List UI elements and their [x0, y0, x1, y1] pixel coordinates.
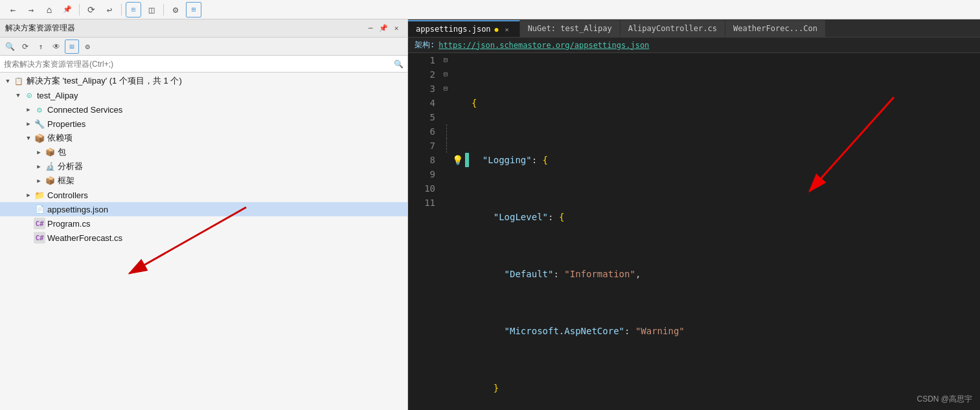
- solution-panel: 解决方案资源管理器 ─ 📌 ✕ 🔍 ⟳ ↑ 👁 ⊞ ⚙ 🔍 ▼ 📋: [0, 19, 408, 410]
- code-editor[interactable]: 1 2 3 4 5 6 7 8 9 10 11 ⊟ ⊟ ⊟: [408, 53, 980, 410]
- fold-column: ⊟ ⊟ ⊟: [440, 53, 452, 410]
- search-input[interactable]: [4, 60, 394, 69]
- frameworks-icon: 📦: [44, 175, 56, 187]
- schema-label: 架构:: [415, 40, 435, 51]
- gutter: 💡: [452, 53, 465, 410]
- fold-11: [440, 196, 452, 210]
- filter-btn[interactable]: ⊞: [186, 2, 201, 17]
- project-label: test_Alipay: [37, 91, 78, 100]
- code-key-msaspnetcore: "Microsoft.AspNetCore": [505, 324, 624, 338]
- properties-label: Properties: [47, 119, 85, 129]
- dependencies-expander[interactable]: ▼: [23, 133, 34, 143]
- panel-title-bar: 解决方案资源管理器 ─ 📌 ✕: [0, 19, 407, 38]
- line-num-11: 11: [413, 196, 435, 210]
- toolbar-settings-icon[interactable]: ⚙: [80, 40, 95, 54]
- line-num-2: 2: [413, 67, 435, 82]
- tab-appsettings[interactable]: appsettings.json ● ✕: [408, 20, 520, 37]
- panel-float-btn[interactable]: 📌: [378, 23, 389, 34]
- tree-item-dependencies[interactable]: ▼ 📦 依赖项: [0, 131, 407, 145]
- connected-services-label: Connected Services: [47, 105, 122, 115]
- packages-icon: 📦: [44, 146, 56, 158]
- tree-item-program[interactable]: ▶ C# Program.cs: [0, 216, 407, 231]
- toolbar-refresh-btn[interactable]: ⟳: [18, 40, 32, 54]
- fold-3[interactable]: ⊟: [440, 82, 451, 96]
- sync-btn[interactable]: ⟳: [84, 2, 99, 17]
- tree-item-packages[interactable]: ▶ 📦 包: [0, 145, 407, 159]
- controllers-expander[interactable]: ▶: [23, 190, 34, 200]
- solution-root[interactable]: ▼ 📋 解决方案 'test_Alipay' (1 个项目，共 1 个): [0, 74, 407, 88]
- analyzers-expander[interactable]: ▶: [34, 161, 44, 172]
- tree-item-controllers[interactable]: ▶ 📁 Controllers: [0, 188, 407, 202]
- code-line-6: }: [472, 381, 980, 395]
- solution-icon: 📋: [13, 75, 25, 87]
- forward-btn[interactable]: →: [23, 2, 39, 17]
- tree-item-analyzers[interactable]: ▶ 🔬 分析器: [0, 159, 407, 174]
- panel-title-actions: ─ 📌 ✕: [365, 23, 402, 34]
- undo-btn[interactable]: ↩: [102, 2, 117, 17]
- dependencies-icon: 📦: [34, 132, 45, 144]
- editor-tabs: appsettings.json ● ✕ NuGet: test_Alipay …: [408, 19, 980, 38]
- home-btn[interactable]: ⌂: [41, 2, 57, 17]
- tree-item-frameworks[interactable]: ▶ 📦 框架: [0, 174, 407, 188]
- project-expander[interactable]: ▼: [13, 90, 23, 100]
- line-num-8: 8: [413, 153, 435, 167]
- properties-expander[interactable]: ▶: [23, 119, 34, 129]
- layout-btn[interactable]: ◫: [144, 2, 159, 17]
- connected-services-expander[interactable]: ▶: [23, 104, 34, 115]
- solution-expander[interactable]: ▼: [3, 76, 13, 86]
- toolbar-show-all-btn[interactable]: 👁: [49, 40, 63, 54]
- fold-2[interactable]: ⊟: [440, 67, 451, 82]
- tab-alipay-controller[interactable]: AlipayController.cs: [621, 20, 725, 37]
- panel-close-btn[interactable]: ✕: [391, 23, 402, 34]
- pin-btn[interactable]: 📌: [60, 2, 75, 17]
- fold-1[interactable]: ⊟: [440, 53, 451, 67]
- tab-appsettings-close[interactable]: ✕: [503, 25, 512, 34]
- project-root[interactable]: ▼ ⊙ test_Alipay: [0, 88, 407, 102]
- toggle-btn[interactable]: ⊞: [126, 2, 141, 17]
- gutter-4: [452, 96, 465, 110]
- line-num-6: 6: [413, 124, 435, 139]
- sep3: [163, 4, 164, 16]
- fold-4: [440, 96, 452, 110]
- tree-item-weatherforecast[interactable]: ▶ C# WeatherForecast.cs: [0, 231, 407, 245]
- code-indent-6: [472, 381, 494, 395]
- tab-appsettings-label: appsettings.json: [416, 25, 491, 34]
- packages-expander[interactable]: ▶: [34, 147, 44, 157]
- code-brace-open: {: [472, 96, 477, 110]
- lightbulb-icon[interactable]: 💡: [452, 153, 463, 167]
- code-content[interactable]: { "Logging": { "LogLevel": { "Default": …: [469, 53, 980, 410]
- tree-item-appsettings[interactable]: ▶ 📄 appsettings.json: [0, 202, 407, 216]
- search-icon[interactable]: 🔍: [394, 60, 404, 69]
- schema-url[interactable]: https://json.schemastore.org/appsettings…: [439, 41, 649, 50]
- tab-weatherforecast[interactable]: WeatherForec...Con: [725, 20, 826, 37]
- gutter-6: [452, 124, 465, 139]
- toolbar-filter-btn[interactable]: ⊞: [65, 40, 79, 54]
- main-content: 解决方案资源管理器 ─ 📌 ✕ 🔍 ⟳ ↑ 👁 ⊞ ⚙ 🔍 ▼ 📋: [0, 19, 980, 410]
- code-val-information: "Information": [564, 267, 635, 281]
- search-bar: 🔍: [0, 56, 407, 73]
- gutter-7: [452, 139, 465, 153]
- connected-services-icon: ⚙: [34, 104, 45, 115]
- tree-item-properties[interactable]: ▶ 🔧 Properties: [0, 117, 407, 131]
- tree-item-connected-services[interactable]: ▶ ⚙ Connected Services: [0, 102, 407, 117]
- code-line-5: "Microsoft.AspNetCore": "Warning": [472, 324, 980, 338]
- settings-btn[interactable]: ⚙: [168, 2, 183, 17]
- gutter-9: [452, 167, 465, 181]
- toolbar-collapse-btn[interactable]: ↑: [34, 40, 48, 54]
- code-key-default: "Default": [505, 267, 554, 281]
- solution-toolbar: ← → ⌂ 📌 ⟳ ↩ ⊞ ◫ ⚙ ⊞: [0, 0, 980, 19]
- line-num-1: 1: [413, 53, 435, 67]
- analyzers-label: 分析器: [58, 161, 83, 172]
- code-key-loglevel: "LogLevel": [494, 210, 548, 224]
- toolbar-search-icon[interactable]: 🔍: [3, 40, 17, 54]
- gutter-3: [452, 82, 465, 96]
- program-label: Program.cs: [47, 219, 90, 229]
- fold-6: [440, 124, 452, 139]
- analyzers-icon: 🔬: [44, 161, 56, 172]
- code-indent-4: [472, 267, 505, 281]
- solution-tree: ▼ 📋 解决方案 'test_Alipay' (1 个项目，共 1 个) ▼ ⊙…: [0, 73, 407, 410]
- frameworks-expander[interactable]: ▶: [34, 176, 44, 186]
- panel-pin-btn[interactable]: ─: [365, 23, 376, 34]
- tab-nuget[interactable]: NuGet: test_Alipay: [520, 20, 621, 37]
- back-btn[interactable]: ←: [5, 2, 21, 17]
